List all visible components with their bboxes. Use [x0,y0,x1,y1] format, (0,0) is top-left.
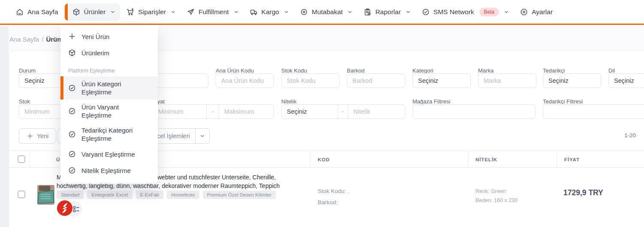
target-icon [300,8,308,16]
product-platform-icons [57,200,91,216]
nav-item-label: Ürünler [84,8,106,16]
nitelik-cell-line: Beden: 160 x 230 [475,196,518,205]
stok-kodu-input[interactable] [281,73,340,88]
col-header-fiyat[interactable]: FİYAT [564,157,580,162]
product-tag: E-ExFab [136,191,164,199]
nav-item-label: Ana Sayfa [27,8,58,16]
nav-item-ayarlar[interactable]: Ayarlar [515,3,557,21]
dil-select[interactable]: Seçiniz [608,73,644,88]
kategori-select[interactable]: Seçiniz [412,73,471,88]
plus-icon [68,33,76,40]
col-header-kod[interactable]: KOD [318,157,330,162]
chevron-down-icon [200,133,205,139]
magaza-filtresi-label: Mağaza Filtresi [412,98,450,105]
nav-item-ana-sayfa[interactable]: Ana Sayfa [11,3,63,21]
product-tags: StandartEntegratör ExcelE-ExFabHomefesto… [57,191,276,199]
check-circle-icon [422,8,430,16]
check-circle-icon [68,130,76,138]
fiyat-max-input[interactable] [219,105,274,118]
dil-label: Dil [608,67,615,74]
fiyat-min-segment[interactable] [153,105,206,118]
fiyat-input[interactable]: - [153,104,274,119]
stok-kodu-text-input[interactable] [282,74,339,88]
menu-item-urun-kategori-eslestirme[interactable]: Ürün Kategori Eşleştirme [60,76,158,100]
chevron-down-icon [347,9,352,15]
price-value: 1729,9 TRY [563,188,603,197]
select-all-checkbox[interactable] [18,155,25,163]
menu-item-yeni-urun[interactable]: Yeni Ürün [60,28,158,45]
nitelik-label: Nitelik [281,98,296,105]
cart-icon [126,8,134,16]
tedarikci-filtresi-label: Tedarikçi Filtresi [543,98,583,105]
chevron-down-icon [504,9,509,15]
nav-item-siparisler[interactable]: Siparişler [122,3,181,21]
tedarikci-filtresi-input[interactable] [543,104,644,119]
new-product-button[interactable]: Yeni [19,128,56,144]
menu-item-label: Ürün Varyant Eşleştirme [81,103,150,119]
magaza-filtresi-text-input[interactable] [413,105,535,118]
nav-item-label: Raporlar [375,8,400,16]
nav-item-label: SMS Network [433,8,474,16]
row-checkbox[interactable] [18,191,25,198]
marka-input[interactable] [478,73,536,88]
nav-item-urunler[interactable]: Ürünler [65,3,120,21]
menu-item-varyant-eslestirme[interactable]: Varyant Eşleştirme [60,146,158,162]
tedarikci-label: Tedarikçi [543,67,565,74]
tedarikci-filtresi-text-input[interactable] [543,105,644,118]
box-icon [68,49,76,57]
menu-item-tedarikci-kategori-eslestirme[interactable]: Tedarikçi Kategori Eşleştirme [60,123,158,146]
nitelik-max-input[interactable] [348,105,405,118]
selected-value: Seçiniz [24,77,45,84]
magaza-filtresi-input[interactable] [412,104,536,119]
nav-item-label: Kargo [262,8,279,16]
breadcrumb-separator: / [42,36,43,43]
product-tag: Homefesto [167,191,199,199]
ana-urun-kodu-input[interactable] [216,73,274,88]
kategori-label: Kategori [412,67,433,74]
product-tag: Entegratör Excel [87,191,132,199]
products-dropdown-menu: Yeni ÜrünÜrünlerimPlatform EşleştirmeÜrü… [60,25,158,184]
nav-item-label: Fulfillment [199,8,229,16]
ana-urun-kodu-label: Ana Ürün Kodu [216,67,254,74]
chevron-down-icon [284,9,289,15]
breadcrumb-parent-link[interactable]: Ana Sayfa [9,36,39,43]
menu-section-header: Platform Eşleştirme [68,68,150,74]
box-icon [72,8,80,16]
nav-item-mutabakat[interactable]: Mutabakat [295,3,357,21]
nav-item-raporlar[interactable]: Raporlar [359,3,415,21]
barkod-text-input[interactable] [347,74,405,88]
fiyat-min-input[interactable] [153,105,206,118]
nav-item-label: Mutabakat [312,8,343,16]
product-tag: Premium Özel Desen Kilimler [203,191,276,199]
nav-item-sms-network[interactable]: SMS NetworkBeta [417,3,514,21]
menu-item-urunlerim[interactable]: Ürünlerim [60,45,158,61]
barkod-input[interactable] [347,73,405,88]
menu-item-label: Yeni Ürün [81,33,109,41]
top-nav: Ana SayfaÜrünlerSiparişlerFulfillmentKar… [0,0,644,25]
selected-value: Seçiniz [548,77,569,84]
menu-item-urun-varyant-eslestirme[interactable]: Ürün Varyant Eşleştirme [60,100,158,123]
check-circle-icon [68,107,76,115]
nav-item-kargo[interactable]: Kargo [245,3,294,21]
nitelik-select[interactable]: Seçiniz- [281,104,405,119]
fiyat-max-segment[interactable] [219,105,274,118]
menu-item-label: Nitelik Eşleştirme [81,166,131,175]
kod-cell-line: Stok Kodu: . [318,186,349,197]
nav-item-label: Ayarlar [532,8,553,16]
nitelik-min-segment[interactable]: Seçiniz [282,105,337,118]
send-icon [187,8,195,16]
menu-item-nitelik-eslestirme[interactable]: Nitelik Eşleştirme [60,162,158,179]
tedarikci-select[interactable]: Seçiniz [543,73,601,88]
excel-operations-caret-button[interactable] [195,128,210,144]
home-icon [16,8,24,16]
stok-label: Stok [19,98,30,105]
range-separator: - [206,105,219,118]
ana-urun-kodu-text-input[interactable] [216,74,274,88]
check-circle-icon [68,150,76,158]
product-tag: Standart [57,191,84,199]
nav-item-fulfillment[interactable]: Fulfillment [182,3,244,21]
report-icon [364,8,371,16]
nitelik-max-segment[interactable] [348,105,405,118]
col-header-nitelik[interactable]: NİTELİK [475,157,497,162]
marka-text-input[interactable] [478,74,536,88]
